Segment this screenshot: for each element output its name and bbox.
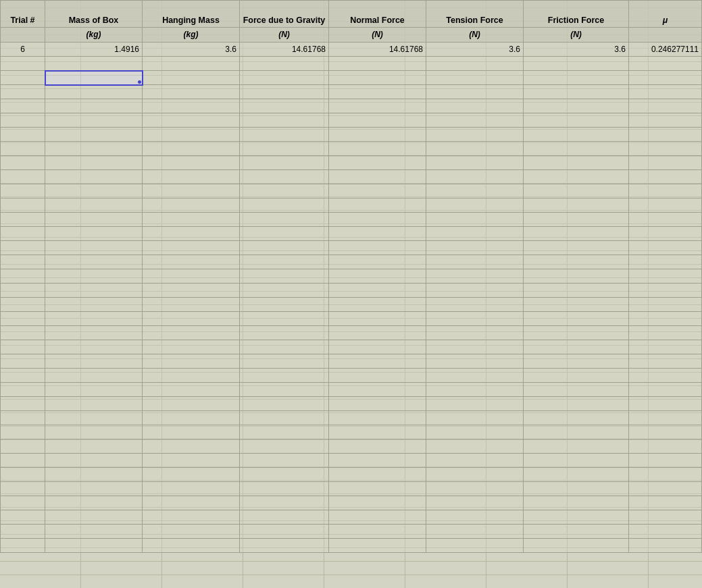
empty-cell[interactable]	[240, 269, 329, 284]
empty-cell[interactable]	[426, 496, 524, 510]
empty-cell[interactable]	[629, 99, 702, 113]
empty-cell[interactable]	[45, 284, 143, 298]
empty-cell[interactable]	[1, 113, 45, 128]
empty-cell[interactable]	[45, 525, 143, 539]
empty-cell[interactable]	[1, 71, 45, 85]
empty-cell[interactable]	[45, 354, 143, 369]
empty-cell[interactable]	[629, 510, 702, 525]
empty-cell[interactable]	[329, 383, 426, 397]
empty-cell[interactable]	[329, 184, 426, 198]
empty-cell[interactable]	[524, 71, 629, 85]
empty-cell[interactable]	[1, 99, 45, 113]
empty-cell[interactable]	[524, 269, 629, 284]
empty-cell[interactable]	[629, 525, 702, 539]
empty-cell[interactable]	[143, 170, 240, 184]
empty-cell[interactable]	[143, 142, 240, 156]
empty-cell[interactable]	[426, 284, 524, 298]
empty-cell[interactable]	[45, 241, 143, 255]
empty-cell[interactable]	[426, 128, 524, 142]
empty-cell[interactable]	[1, 468, 45, 482]
empty-cell[interactable]	[629, 298, 702, 312]
empty-cell[interactable]	[143, 57, 240, 71]
empty-cell[interactable]	[240, 496, 329, 510]
empty-cell[interactable]	[45, 57, 143, 71]
cell-tension-force[interactable]: 3.6	[426, 43, 524, 57]
empty-cell[interactable]	[143, 411, 240, 425]
empty-cell[interactable]	[629, 85, 702, 99]
empty-cell[interactable]	[426, 425, 524, 439]
empty-cell[interactable]	[524, 468, 629, 482]
empty-cell[interactable]	[329, 156, 426, 170]
empty-cell[interactable]	[329, 340, 426, 354]
empty-cell[interactable]	[45, 71, 143, 85]
empty-cell[interactable]	[45, 468, 143, 482]
empty-cell[interactable]	[524, 454, 629, 468]
empty-cell[interactable]	[143, 510, 240, 525]
empty-cell[interactable]	[329, 142, 426, 156]
empty-cell[interactable]	[524, 113, 629, 128]
empty-cell[interactable]	[426, 340, 524, 354]
empty-cell[interactable]	[329, 425, 426, 439]
empty-cell[interactable]	[45, 142, 143, 156]
empty-cell[interactable]	[524, 241, 629, 255]
empty-cell[interactable]	[240, 213, 329, 227]
empty-cell[interactable]	[426, 383, 524, 397]
empty-cell[interactable]	[329, 439, 426, 454]
empty-cell[interactable]	[426, 539, 524, 553]
empty-cell[interactable]	[1, 184, 45, 198]
empty-cell[interactable]	[240, 113, 329, 128]
empty-cell[interactable]	[45, 425, 143, 439]
empty-cell[interactable]	[45, 312, 143, 326]
empty-cell[interactable]	[240, 468, 329, 482]
empty-cell[interactable]	[143, 241, 240, 255]
empty-cell[interactable]	[1, 454, 45, 468]
empty-cell[interactable]	[240, 482, 329, 496]
empty-cell[interactable]	[329, 326, 426, 340]
empty-cell[interactable]	[240, 57, 329, 71]
empty-cell[interactable]	[240, 142, 329, 156]
empty-cell[interactable]	[240, 156, 329, 170]
empty-cell[interactable]	[45, 369, 143, 383]
empty-cell[interactable]	[45, 170, 143, 184]
empty-cell[interactable]	[329, 213, 426, 227]
empty-cell[interactable]	[45, 510, 143, 525]
empty-cell[interactable]	[329, 198, 426, 213]
empty-cell[interactable]	[45, 269, 143, 284]
empty-cell[interactable]	[524, 496, 629, 510]
empty-cell[interactable]	[426, 142, 524, 156]
empty-cell[interactable]	[1, 213, 45, 227]
empty-cell[interactable]	[426, 326, 524, 340]
empty-cell[interactable]	[329, 255, 426, 269]
empty-cell[interactable]	[524, 326, 629, 340]
empty-cell[interactable]	[1, 170, 45, 184]
empty-cell[interactable]	[240, 184, 329, 198]
empty-cell[interactable]	[45, 298, 143, 312]
empty-cell[interactable]	[629, 255, 702, 269]
empty-cell[interactable]	[1, 510, 45, 525]
empty-cell[interactable]	[329, 369, 426, 383]
empty-cell[interactable]	[629, 71, 702, 85]
empty-cell[interactable]	[143, 397, 240, 411]
empty-cell[interactable]	[629, 369, 702, 383]
empty-cell[interactable]	[524, 128, 629, 142]
empty-cell[interactable]	[524, 298, 629, 312]
empty-cell[interactable]	[524, 369, 629, 383]
empty-cell[interactable]	[629, 170, 702, 184]
empty-cell[interactable]	[45, 454, 143, 468]
empty-cell[interactable]	[143, 156, 240, 170]
empty-cell[interactable]	[240, 71, 329, 85]
empty-cell[interactable]	[1, 496, 45, 510]
empty-cell[interactable]	[426, 439, 524, 454]
empty-cell[interactable]	[45, 439, 143, 454]
empty-cell[interactable]	[524, 411, 629, 425]
empty-cell[interactable]	[329, 170, 426, 184]
empty-cell[interactable]	[426, 397, 524, 411]
empty-cell[interactable]	[240, 128, 329, 142]
empty-cell[interactable]	[1, 142, 45, 156]
empty-cell[interactable]	[629, 397, 702, 411]
empty-cell[interactable]	[524, 99, 629, 113]
empty-cell[interactable]	[45, 113, 143, 128]
empty-cell[interactable]	[143, 255, 240, 269]
empty-cell[interactable]	[1, 539, 45, 553]
empty-cell[interactable]	[329, 354, 426, 369]
